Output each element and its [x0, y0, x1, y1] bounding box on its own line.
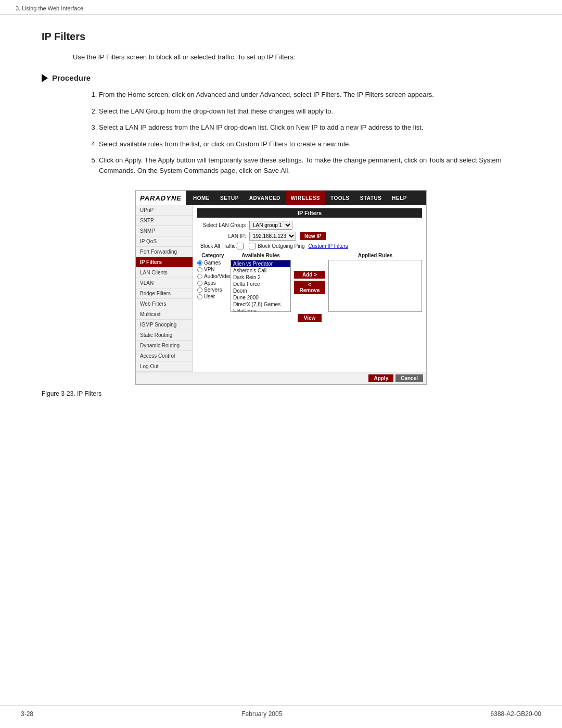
step-1: From the Home screen, click on Advanced …	[99, 90, 520, 100]
new-ip-button[interactable]: New IP	[300, 232, 326, 240]
available-rule-item[interactable]: Doom	[231, 287, 290, 294]
lan-ip-select[interactable]: 192.168.1.123	[249, 232, 296, 241]
nav-item-status[interactable]: STATUS	[355, 191, 387, 205]
block-all-label: Block All Traffic:	[200, 243, 237, 249]
category-list: GamesVPNAudio/VideoAppsServersUser	[197, 260, 228, 299]
rules-section: Category GamesVPNAudio/VideoAppsServersU…	[197, 253, 422, 312]
available-rule-item[interactable]: EliteForce	[231, 308, 290, 312]
footer-doc-number: 6388-A2-GB20-00	[491, 710, 541, 718]
available-rules-header: Available Rules	[231, 253, 291, 258]
sidebar-item-log-out[interactable]: Log Out	[136, 361, 193, 372]
procedure-label: Procedure	[52, 73, 91, 82]
sidebar-item-upnp[interactable]: UPnP	[136, 205, 193, 216]
rules-right: Applied Rules	[328, 253, 422, 312]
available-rule-item[interactable]: Dune 2000	[231, 294, 290, 301]
sidebar-item-ip-qos[interactable]: IP QoS	[136, 236, 193, 247]
sidebar-item-dynamic-routing[interactable]: Dynamic Routing	[136, 341, 193, 351]
lan-ip-label: LAN IP:	[197, 233, 249, 239]
footer-date: February 2005	[241, 710, 282, 718]
page-footer: 3-28 February 2005 6388-A2-GB20-00	[0, 706, 562, 718]
sidebar-item-igmp-snooping[interactable]: IGMP Snooping	[136, 320, 193, 330]
nav-item-home[interactable]: HOME	[188, 191, 215, 205]
sidebar-item-multicast[interactable]: Multicast	[136, 309, 193, 320]
lan-group-label: Select LAN Group:	[197, 222, 249, 228]
nav-bar: PARADYNE HOMESETUPADVANCEDWIRELESSTOOLSS…	[136, 191, 426, 205]
panel-title: IP Filters	[197, 208, 422, 218]
available-rule-item[interactable]: Alien vs Predator	[231, 260, 290, 267]
footer-page-number: 3-28	[21, 710, 33, 718]
block-outgoing-label: Block Outgoing Ping	[258, 243, 305, 249]
step-3: Select a LAN IP address from the LAN IP …	[99, 122, 520, 133]
block-outgoing-checkbox[interactable]	[249, 243, 256, 249]
nav-item-tools[interactable]: TOOLS	[325, 191, 355, 205]
step-5: Click on Apply. The Apply button will te…	[99, 155, 520, 175]
category-item-games[interactable]: Games	[197, 260, 228, 266]
procedure-arrow-icon	[42, 74, 48, 82]
lan-ip-row: LAN IP: 192.168.1.123 New IP	[197, 232, 422, 241]
procedure-heading: Procedure	[42, 73, 520, 82]
page-title: IP Filters	[42, 31, 520, 43]
intro-text: Use the IP Filters screen to block all o…	[73, 53, 520, 61]
remove-button[interactable]: < Remove	[294, 281, 325, 294]
sidebar-item-web-filters[interactable]: Web Filters	[136, 299, 193, 309]
lan-group-select[interactable]: LAN group 1	[249, 221, 292, 230]
available-rule-item[interactable]: DirectX (7,8) Games	[231, 301, 290, 308]
sidebar-item-static-routing[interactable]: Static Routing	[136, 330, 193, 341]
category-item-vpn[interactable]: VPN	[197, 267, 228, 272]
available-rules-list[interactable]: Alien vs PredatorAsheron's CallDark Rein…	[231, 260, 291, 312]
sidebar: UPnPSNTPSNMPIP QoSPort ForwardingIP Filt…	[136, 205, 193, 372]
sidebar-item-port-forwarding[interactable]: Port Forwarding	[136, 247, 193, 257]
nav-item-help[interactable]: HELP	[387, 191, 412, 205]
apply-button[interactable]: Apply	[368, 374, 393, 382]
router-body: UPnPSNTPSNMPIP QoSPort ForwardingIP Filt…	[136, 205, 426, 372]
view-button[interactable]: View	[298, 314, 322, 322]
available-rule-item[interactable]: Dark Rein 2	[231, 274, 290, 281]
nav-item-wireless[interactable]: WIRELESS	[286, 191, 325, 205]
figure-caption: Figure 3-23. IP Filters	[42, 390, 520, 397]
cancel-button[interactable]: Cancel	[395, 374, 423, 382]
add-remove-buttons: Add > < Remove	[294, 253, 325, 312]
category-item-user[interactable]: User	[197, 294, 228, 299]
category-item-apps[interactable]: Apps	[197, 280, 228, 286]
nav-items: HOMESETUPADVANCEDWIRELESSTOOLSSTATUSHELP	[188, 191, 412, 205]
available-rule-item[interactable]: Asheron's Call	[231, 267, 290, 274]
category-header: Category	[197, 253, 228, 258]
sidebar-item-vlan[interactable]: VLAN	[136, 278, 193, 288]
sidebar-item-bridge-filters[interactable]: Bridge Filters	[136, 288, 193, 299]
category-item-servers[interactable]: Servers	[197, 287, 228, 293]
main-panel: IP Filters Select LAN Group: LAN group 1…	[193, 205, 426, 372]
applied-rules-list[interactable]	[328, 260, 422, 312]
sidebar-item-access-control[interactable]: Access Control	[136, 351, 193, 361]
add-button[interactable]: Add >	[294, 271, 325, 279]
sidebar-item-ip-filters[interactable]: IP Filters	[136, 257, 193, 268]
available-rule-item[interactable]: Delta Force	[231, 281, 290, 287]
router-screenshot: PARADYNE HOMESETUPADVANCEDWIRELESSTOOLSS…	[135, 190, 427, 385]
breadcrumb: 3. Using the Web Interface	[0, 0, 562, 15]
rules-left: Category GamesVPNAudio/VideoAppsServersU…	[197, 253, 291, 312]
block-all-row: Block All Traffic: Block Outgoing Ping C…	[200, 243, 422, 249]
nav-logo: PARADYNE	[136, 191, 186, 205]
bottom-buttons: Apply Cancel	[136, 372, 426, 384]
nav-item-setup[interactable]: SETUP	[215, 191, 244, 205]
step-2: Select the LAN Group from the drop-down …	[99, 106, 520, 117]
category-item-audio-video[interactable]: Audio/Video	[197, 273, 228, 279]
sidebar-item-snmp[interactable]: SNMP	[136, 226, 193, 236]
sidebar-item-sntp[interactable]: SNTP	[136, 216, 193, 226]
lan-group-row: Select LAN Group: LAN group 1	[197, 221, 422, 230]
nav-item-advanced[interactable]: ADVANCED	[244, 191, 286, 205]
applied-rules-header: Applied Rules	[328, 253, 422, 258]
custom-ip-filters-link[interactable]: Custom IP Filters	[308, 243, 348, 249]
step-4: Select available rules from the list, or…	[99, 139, 520, 149]
steps-list: From the Home screen, click on Advanced …	[88, 90, 520, 175]
block-all-checkbox[interactable]	[237, 243, 244, 249]
sidebar-item-lan-clients[interactable]: LAN Clients	[136, 268, 193, 278]
